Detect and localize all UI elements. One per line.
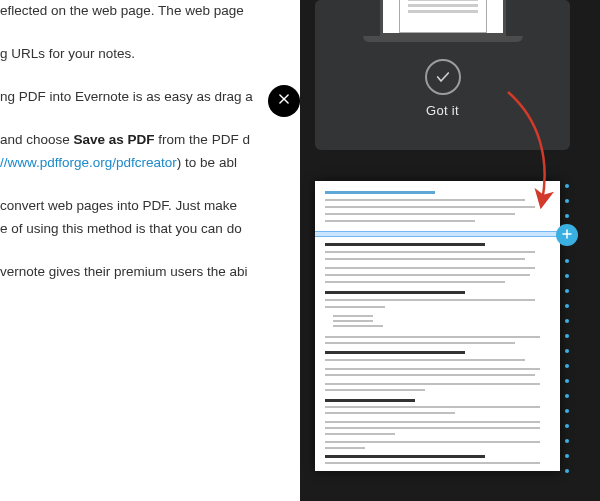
article-line: and choose Save as PDF from the PDF d //…	[0, 129, 292, 175]
article-line: ng PDF into Evernote is as easy as drag …	[0, 86, 292, 109]
link-pdfcreator[interactable]: //www.pdfforge.org/pdfcreator	[0, 155, 177, 170]
thumbnail-highlight	[315, 231, 560, 237]
add-button[interactable]	[556, 224, 578, 246]
article-line: convert web pages into PDF. Just make e …	[0, 195, 292, 241]
got-it-button[interactable]: Got it	[315, 103, 570, 132]
page-thumbnail[interactable]	[315, 181, 560, 471]
close-icon	[277, 92, 291, 110]
close-button[interactable]	[268, 85, 300, 117]
article-line: vernote gives their premium users the ab…	[0, 261, 292, 284]
article-line: g URLs for your notes.	[0, 43, 292, 66]
onboarding-illustration	[315, 0, 570, 44]
plus-icon	[561, 226, 573, 244]
article-line: eflected on the web page. The web page	[0, 0, 292, 23]
article-body: eflected on the web page. The web page g…	[0, 0, 300, 501]
onboarding-card: Got it	[315, 0, 570, 150]
app-root: eflected on the web page. The web page g…	[0, 0, 600, 501]
checkmark-icon	[425, 59, 461, 95]
bold-save-as-pdf: Save as PDF	[74, 132, 155, 147]
